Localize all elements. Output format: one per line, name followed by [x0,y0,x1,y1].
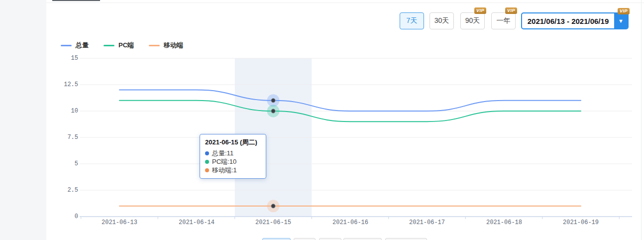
chevron-down-icon[interactable]: ▼ [614,13,628,28]
legend-item-mobile[interactable]: 移动端 [149,41,183,50]
vip-badge: VIP [618,8,630,14]
y-axis-label: 15 [50,55,78,62]
date-range-picker[interactable]: 2021/06/13 - 2021/06/19 ▼ VIP [521,12,629,29]
tooltip-row-text: PC端:10 [212,157,236,166]
legend-label: 总量 [76,41,89,50]
x-axis-label: 2021-06-18 [472,219,537,226]
range-button-90d[interactable]: 90天 VIP [460,12,485,29]
tooltip-date: 2021-06-15 (周二) [205,138,261,147]
range-button-7d[interactable]: 7天 [400,12,424,29]
bottom-tab-stub[interactable] [294,238,316,240]
vip-badge: VIP [474,7,486,14]
bottom-tab-stub[interactable] [319,238,341,240]
tooltip-row-text: 总量:11 [212,149,233,157]
cutoff-header-fragment [52,0,100,1]
range-button-1y[interactable]: 一年 VIP [491,12,516,29]
y-axis-label: 10 [50,108,78,115]
line-chart-plot[interactable] [0,0,644,240]
tooltip-row-total: 总量:11 [205,149,261,157]
range-button-90d-label: 90天 [465,16,480,25]
bottom-tab-stub[interactable] [385,238,427,240]
legend-line-marker [149,45,160,46]
legend-label: 移动端 [164,41,183,50]
range-button-30d-label: 30天 [434,16,449,25]
series-dot-icon [205,160,209,164]
y-axis-label: 2.5 [50,187,78,194]
y-axis-label: 5 [50,160,78,167]
legend-item-total[interactable]: 总量 [61,41,89,50]
legend-item-pc[interactable]: PC端 [104,41,134,50]
top-divider [46,2,644,3]
x-axis-label: 2021-06-14 [164,219,229,226]
legend-line-marker [61,45,72,46]
series-dot-icon [205,151,209,155]
chart-legend: 总量 PC端 移动端 [61,41,183,50]
y-axis-label: 0 [50,213,78,220]
range-button-7d-label: 7天 [407,16,418,25]
chart-tooltip: 2021-06-15 (周二) 总量:11 PC端:10 移动端:1 [200,134,266,179]
y-axis-label: 7.5 [50,134,78,141]
bottom-tab-stub[interactable] [343,238,382,240]
left-sidebar [0,0,46,240]
tooltip-row-text: 移动端:1 [212,166,237,174]
legend-line-marker [104,45,114,46]
date-range-value: 2021/06/13 - 2021/06/19 [522,13,614,28]
x-axis-label: 2021-06-19 [548,219,613,226]
range-button-1y-label: 一年 [497,16,511,25]
x-axis-label: 2021-06-17 [395,219,459,226]
tooltip-row-mobile: 移动端:1 [205,166,261,174]
range-button-30d[interactable]: 30天 [429,12,454,29]
x-axis-label: 2021-06-16 [318,219,383,226]
vip-badge: VIP [505,7,517,14]
x-axis-label: 2021-06-15 [241,219,306,226]
series-dot-icon [205,168,209,172]
x-axis-label: 2021-06-13 [87,219,152,226]
bottom-tab-stub[interactable] [262,238,291,240]
card-right-border [641,0,642,240]
legend-label: PC端 [118,41,134,50]
y-axis-label: 12.5 [50,81,78,88]
tooltip-row-pc: PC端:10 [205,157,261,166]
